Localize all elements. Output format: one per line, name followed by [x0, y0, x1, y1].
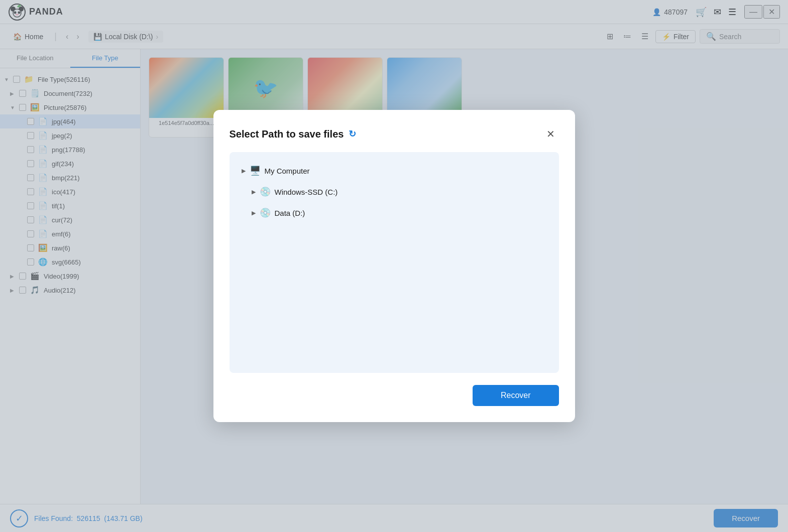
dtree-item-data-d[interactable]: ▶ 💿 Data (D:): [238, 202, 551, 223]
arrow-icon: ▶: [252, 210, 256, 216]
refresh-icon[interactable]: ↻: [349, 128, 356, 140]
computer-icon: 🖥️: [250, 165, 261, 176]
dialog-close-button[interactable]: ✕: [542, 126, 559, 142]
dialog-header: Select Path to save files ↻ ✕: [230, 126, 559, 142]
arrow-icon: ▶: [242, 168, 246, 174]
label-windows-ssd: Windows-SSD (C:): [275, 188, 338, 196]
label-data-d: Data (D:): [275, 209, 305, 217]
recover-dialog-button[interactable]: Recover: [473, 385, 559, 406]
arrow-icon: ▶: [252, 189, 256, 195]
dialog-tree: ▶ 🖥️ My Computer ▶ 💿 Windows-SSD (C:) ▶ …: [230, 152, 559, 373]
save-path-dialog: Select Path to save files ↻ ✕ ▶ 🖥️ My Co…: [213, 110, 575, 422]
dtree-item-windows-ssd[interactable]: ▶ 💿 Windows-SSD (C:): [238, 181, 551, 202]
dialog-title-text: Select Path to save files: [230, 128, 344, 140]
dialog-overlay: Select Path to save files ↻ ✕ ▶ 🖥️ My Co…: [0, 0, 788, 532]
disk-c-icon: 💿: [260, 186, 271, 197]
label-my-computer: My Computer: [265, 167, 310, 175]
dialog-title: Select Path to save files ↻: [230, 128, 357, 140]
dialog-footer: Recover: [230, 385, 559, 406]
dtree-item-my-computer[interactable]: ▶ 🖥️ My Computer: [238, 160, 551, 181]
disk-d-icon: 💿: [260, 207, 271, 218]
